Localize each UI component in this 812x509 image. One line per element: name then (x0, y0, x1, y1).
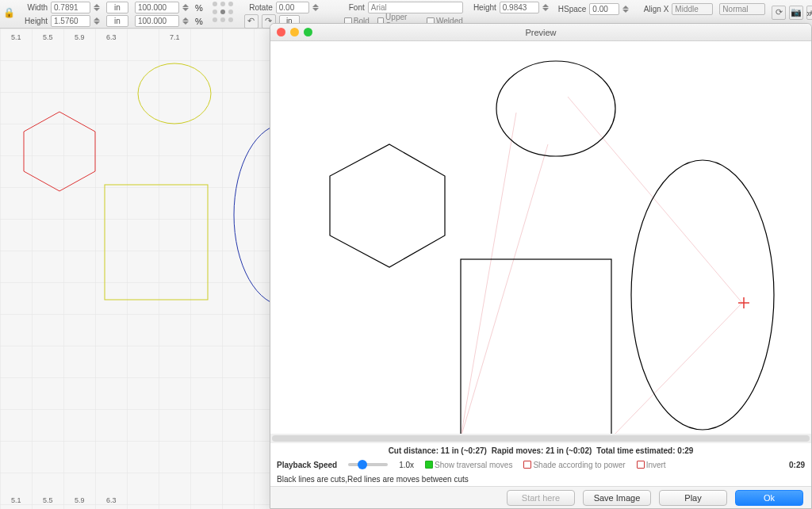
ruler-bottom-2: 5.9 (75, 496, 85, 504)
height-label: Height (21, 17, 48, 25)
hspace-input[interactable] (589, 3, 619, 15)
alignx-select[interactable]: Middle (672, 3, 713, 15)
start-here-label: Start here (522, 493, 560, 503)
info-cut-distance: Cut distance: 11 in (~0:27) (389, 446, 487, 455)
playback-speed-value: 1.0x (399, 461, 414, 469)
font-value: Arial (371, 3, 387, 12)
preview-title: Preview (270, 28, 811, 37)
font-height-label: Height (469, 3, 496, 12)
preview-titlebar[interactable]: Preview (270, 24, 811, 41)
refresh-icon[interactable]: ⟳ (772, 6, 786, 20)
play-button[interactable]: Play (659, 490, 727, 506)
dimensions-group: Width in Height in (21, 2, 128, 27)
svg-rect-7 (461, 259, 611, 434)
ruler-top-1: 5.5 (43, 33, 53, 41)
width-label: Width (21, 3, 48, 12)
percent-label-1: % (195, 3, 203, 13)
ok-button[interactable]: Ok (735, 490, 803, 506)
lock-icon[interactable]: 🔒 (3, 2, 14, 24)
ruler-top-3: 6.3 (106, 33, 117, 41)
save-image-button[interactable]: Save Image (583, 490, 651, 506)
scale-x-stepper[interactable] (182, 2, 192, 13)
start-here-button[interactable]: Start here (507, 490, 575, 506)
info-rapid-moves: Rapid moves: 21 in (~0:02) (492, 446, 592, 455)
scale-y-input[interactable] (135, 15, 179, 27)
svg-point-8 (631, 160, 774, 430)
alignx-label: Align X (638, 5, 668, 13)
svg-point-2 (138, 63, 211, 124)
timeline-thumb[interactable] (272, 435, 810, 442)
canvas-hexagon[interactable] (16, 108, 103, 195)
preview-window: Preview (270, 23, 812, 509)
font-height-stepper[interactable] (542, 2, 552, 13)
height-input[interactable] (51, 15, 90, 27)
preview-hint: Black lines are cuts,Red lines are moves… (270, 472, 811, 486)
ruler-bottom-1: 5.5 (43, 496, 53, 504)
alignx-group: Align X Middle (638, 3, 713, 15)
playback-speed-slider[interactable] (348, 463, 388, 466)
ruler-top-2: 5.9 (75, 33, 85, 41)
hspace-group: HSpace (558, 3, 633, 15)
percent-label-2: % (195, 17, 203, 26)
width-unit[interactable]: in (106, 2, 128, 13)
playback-speed-label: Playback Speed (277, 461, 337, 469)
fontstyle-select[interactable]: Normal (719, 3, 765, 15)
svg-point-6 (496, 61, 615, 156)
svg-marker-1 (24, 112, 95, 191)
height-unit[interactable]: in (106, 15, 128, 27)
save-image-label: Save Image (594, 493, 641, 503)
info-total-time: Total time estimated: 0:29 (596, 446, 693, 455)
ruler-top-5: 7.1 (170, 33, 180, 41)
shade-power-label: Shade according to power (533, 461, 625, 469)
preview-canvas[interactable] (270, 41, 811, 434)
ruler-top-0: 5.1 (11, 33, 21, 41)
rotate-stepper[interactable] (312, 2, 322, 13)
preview-options-bar: Playback Speed 1.0x Show traversal moves… (270, 457, 811, 472)
rotate-label: Rotate (244, 3, 273, 12)
width-stepper[interactable] (94, 2, 103, 13)
hspace-label: HSpace (558, 5, 587, 13)
preview-drawing (270, 41, 811, 434)
anchor-grid[interactable] (213, 2, 235, 24)
show-traversal-checkbox[interactable]: Show traversal moves (425, 461, 512, 469)
height-stepper[interactable] (94, 15, 103, 27)
font-height-input[interactable] (500, 2, 539, 13)
svg-rect-3 (105, 185, 208, 300)
shade-power-checkbox[interactable]: Shade according to power (523, 461, 625, 469)
fontstyle-group: Normal (719, 3, 765, 15)
show-traversal-label: Show traversal moves (435, 461, 512, 469)
font-metrics-group: Height (469, 2, 552, 13)
scale-group: % % (135, 2, 203, 27)
camera-icon[interactable]: 📷 (789, 6, 803, 20)
ruler-bottom-3: 6.3 (106, 496, 117, 504)
ok-label: Ok (764, 493, 775, 503)
width-input[interactable] (51, 2, 90, 13)
invert-checkbox[interactable]: Invert (637, 461, 666, 469)
rotate-input[interactable] (276, 2, 309, 13)
elapsed-time: 0:29 (789, 461, 805, 469)
font-label: Font (344, 3, 365, 12)
play-label: Play (684, 493, 701, 503)
hspace-stepper[interactable] (622, 3, 632, 15)
fontstyle-value: Normal (722, 5, 748, 13)
rotate-ccw-button[interactable]: ↶ (244, 14, 259, 29)
invert-label: Invert (646, 461, 666, 469)
slider-knob[interactable] (358, 460, 367, 469)
canvas-small-ellipse[interactable] (135, 60, 214, 128)
alignx-value: Middle (675, 5, 698, 13)
canvas-rectangle[interactable] (103, 183, 210, 302)
scale-y-stepper[interactable] (182, 15, 192, 27)
preview-button-bar: Start here Save Image Play Ok (270, 486, 811, 508)
preview-info-bar: Cut distance: 11 in (~0:27) Rapid moves:… (270, 443, 811, 457)
preview-timeline[interactable] (270, 434, 811, 443)
scale-x-input[interactable] (135, 2, 179, 13)
collapse-chevrons-icon[interactable]: » (806, 8, 809, 19)
svg-marker-5 (330, 144, 445, 267)
ruler-bottom-0: 5.1 (11, 496, 21, 504)
